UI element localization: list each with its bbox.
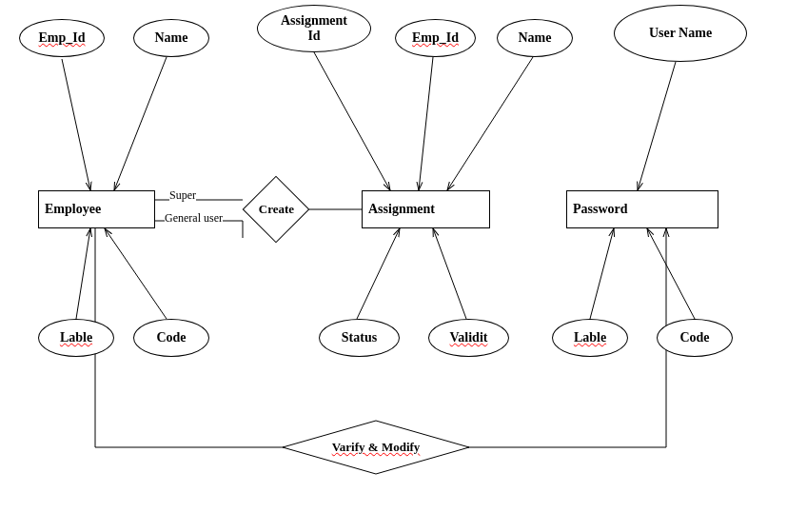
svg-marker-20 [283, 421, 469, 474]
attr-label: User Name [649, 26, 712, 41]
relationship-varify-modify [281, 419, 471, 476]
svg-line-11 [647, 228, 695, 319]
attr-assignment-validit: Validit [428, 319, 509, 357]
attr-label: Status [342, 330, 377, 345]
attr-employee-emp-id: Emp_Id [19, 19, 105, 57]
attr-label: Emp_Id [412, 30, 459, 46]
attr-password-lable: Lable [552, 319, 628, 357]
entity-assignment: Assignment [362, 190, 490, 228]
attr-label: Name [155, 30, 188, 46]
attr-employee-name: Name [133, 19, 209, 57]
attr-assignment-emp-id: Emp_Id [395, 19, 476, 57]
svg-line-7 [357, 228, 400, 319]
attr-assignment-id: Assignment Id [257, 5, 371, 52]
attr-label: Lable [574, 330, 606, 345]
entity-employee: Employee [38, 190, 155, 228]
svg-line-10 [590, 228, 614, 319]
role-general-user-label: General user [165, 211, 223, 226]
attr-label: Name [519, 30, 552, 46]
entity-password: Password [566, 190, 718, 228]
attr-label: Validit [450, 330, 488, 345]
attr-employee-lable: Lable [38, 319, 114, 357]
attr-assignment-status: Status [319, 319, 400, 357]
entity-label: Employee [45, 202, 101, 217]
svg-line-0 [62, 59, 90, 190]
attr-label-line2: Id [307, 29, 320, 44]
attr-label: Lable [60, 330, 92, 345]
role-super-label: Super [169, 188, 196, 203]
attr-password-code: Code [657, 319, 733, 357]
attr-label-line1: Assignment [281, 13, 347, 29]
entity-label: Password [573, 202, 628, 217]
attr-employee-code: Code [133, 319, 209, 357]
relationship-create [243, 176, 310, 244]
attr-label: Code [679, 330, 709, 345]
svg-line-9 [638, 62, 676, 190]
attr-label: Code [156, 330, 186, 345]
svg-line-6 [447, 57, 533, 190]
attr-assignment-name: Name [497, 19, 573, 57]
svg-line-3 [105, 228, 167, 319]
svg-line-8 [433, 228, 466, 319]
svg-line-4 [314, 52, 390, 190]
attr-label: Emp_Id [38, 30, 85, 46]
entity-label: Assignment [368, 202, 435, 217]
attr-password-user-name: User Name [614, 5, 747, 62]
svg-line-5 [419, 57, 433, 190]
svg-line-2 [76, 228, 90, 319]
svg-line-1 [114, 57, 167, 190]
